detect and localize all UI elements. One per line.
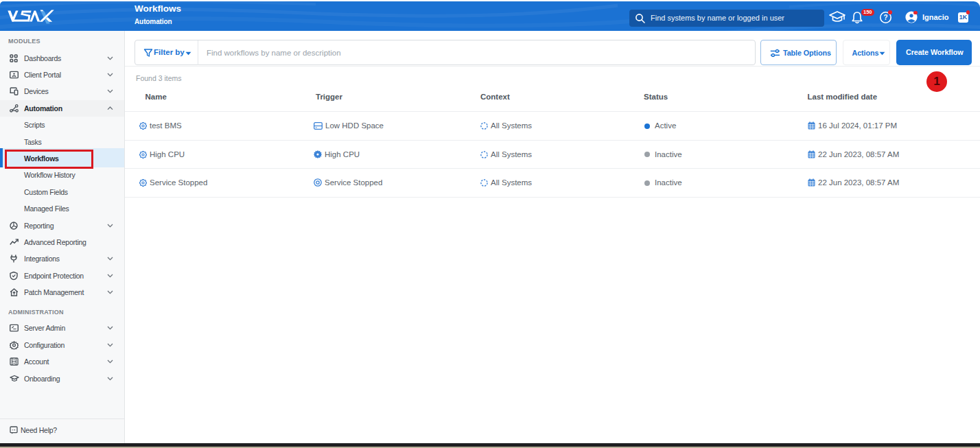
svg-text:?: ? — [883, 14, 887, 21]
